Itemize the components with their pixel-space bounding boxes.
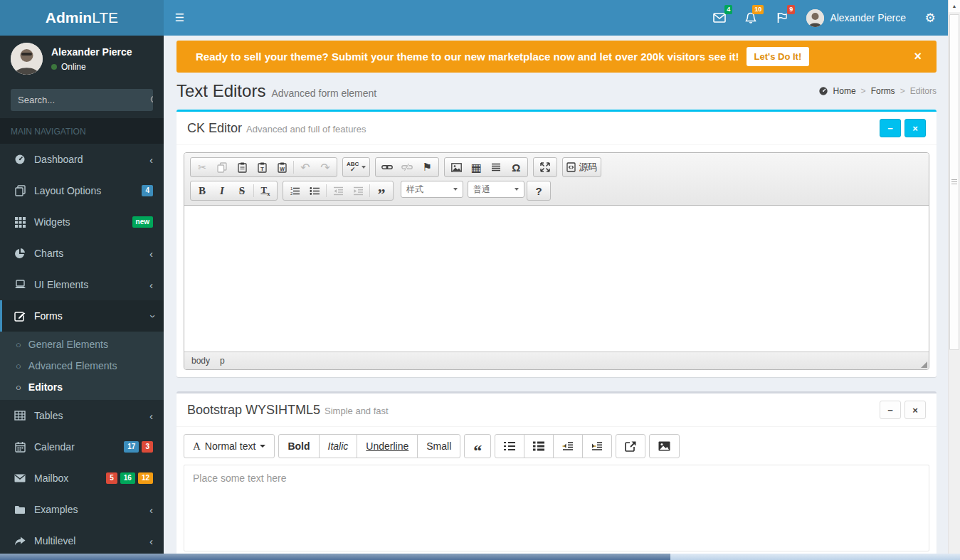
cut-button[interactable]: ✂ <box>192 159 212 176</box>
paste-from-word-button[interactable]: W <box>272 159 292 176</box>
app-logo[interactable]: AdminLTE <box>0 0 164 36</box>
insert-image-button[interactable] <box>446 159 466 176</box>
special-char-button[interactable]: Ω <box>506 159 526 176</box>
sidebar-item-charts[interactable]: Charts ‹ <box>0 238 164 269</box>
sidebar-toggle-button[interactable]: ☰ <box>164 0 196 36</box>
circle-icon: ○ <box>16 339 21 350</box>
vertical-scrollbar-thumb[interactable] <box>949 14 959 350</box>
collapse-button[interactable]: − <box>880 119 901 137</box>
bold-button[interactable]: Bold <box>278 434 319 458</box>
paste-button[interactable] <box>232 159 252 176</box>
navbar-right: 4 10 9 Alexander Pierce ⚙ <box>704 0 960 36</box>
user-menu[interactable]: Alexander Pierce <box>798 0 914 36</box>
collapse-button[interactable]: − <box>880 401 901 419</box>
horizontal-scrollbar[interactable] <box>0 554 960 560</box>
insert-table-button[interactable]: ▦ <box>466 159 486 176</box>
blockquote-button[interactable]: “ <box>464 434 491 458</box>
vertical-scrollbar[interactable]: ▲ <box>948 0 960 554</box>
sidebar-item-calendar[interactable]: Calendar 17 3 <box>0 431 164 463</box>
blockquote-group: “ <box>464 434 491 458</box>
source-button[interactable]: 源码 <box>564 159 599 176</box>
copy-button[interactable] <box>212 159 232 176</box>
insert-image-button[interactable] <box>649 434 680 458</box>
submenu-item-advanced-elements[interactable]: ○ Advanced Elements <box>0 355 164 376</box>
insert-link-button[interactable] <box>616 434 645 458</box>
about-button[interactable]: ? <box>529 182 549 199</box>
blockquote-button[interactable]: ” <box>371 182 391 199</box>
font-styles-dropdown[interactable]: A Normal text <box>184 434 275 458</box>
indent-icon <box>353 186 364 196</box>
bold-button[interactable]: B <box>192 182 212 199</box>
outdent-button[interactable] <box>553 434 583 458</box>
spellcheck-button[interactable]: ABC✓ <box>344 159 368 176</box>
scroll-up-arrow-icon[interactable]: ▲ <box>949 0 960 12</box>
styles-dropdown[interactable]: 样式 <box>401 181 463 198</box>
nav-section-label: MAIN NAVIGATION <box>0 118 164 144</box>
sidebar-item-multilevel[interactable]: Multilevel ‹ <box>0 525 164 556</box>
path-p[interactable]: p <box>220 356 225 366</box>
redo-button[interactable]: ↷ <box>315 159 335 176</box>
sidebar-item-layout-options[interactable]: Layout Options 4 <box>0 175 164 206</box>
bullet-list-button[interactable] <box>305 182 325 199</box>
horizontal-scrollbar-thumb[interactable] <box>0 554 670 560</box>
unlink-button[interactable] <box>397 159 417 176</box>
messages-menu[interactable]: 4 <box>704 0 735 36</box>
ordered-list-button[interactable] <box>495 434 524 458</box>
strikethrough-button[interactable]: S <box>232 182 252 199</box>
remove-format-button[interactable]: Tx <box>255 182 275 199</box>
remove-button[interactable]: × <box>904 401 926 419</box>
submenu-item-general-elements[interactable]: ○ General Elements <box>0 334 164 355</box>
font-a-icon: A <box>193 440 201 453</box>
italic-button[interactable]: I <box>212 182 232 199</box>
image-group <box>649 434 680 458</box>
banner-close-icon[interactable]: × <box>909 49 926 64</box>
sidebar-item-widgets[interactable]: Widgets new <box>0 206 164 238</box>
small-button[interactable]: Small <box>417 434 460 458</box>
maximize-group <box>533 157 557 177</box>
main-header: AdminLTE ☰ 4 10 9 Alexander Pierce <box>0 0 960 36</box>
sidebar-item-examples[interactable]: Examples ‹ <box>0 494 164 525</box>
wysihtml5-subtitle: Simple and fast <box>325 406 389 416</box>
sidebar-item-mailbox[interactable]: Mailbox 5 16 12 <box>0 463 164 494</box>
search-button[interactable] <box>150 89 153 111</box>
wysihtml5-editing-area[interactable]: Place some text here <box>184 465 929 551</box>
marketplace-banner: Ready to sell your theme? Submit your th… <box>176 41 937 73</box>
bullet-list-button[interactable] <box>524 434 554 458</box>
horizontal-rule-button[interactable] <box>486 159 506 176</box>
italic-button[interactable]: Italic <box>319 434 358 458</box>
numbered-list-button[interactable]: 12 <box>285 182 305 199</box>
anchor-button[interactable]: ⚑ <box>417 159 437 176</box>
sidebar-user-status[interactable]: Online <box>51 62 132 72</box>
flag-icon <box>776 12 788 23</box>
maximize-button[interactable] <box>535 159 555 176</box>
submenu-item-editors[interactable]: ○ Editors <box>0 376 164 398</box>
sidebar-item-dashboard[interactable]: Dashboard ‹ <box>0 144 164 175</box>
messages-badge: 4 <box>724 5 732 14</box>
undo-button[interactable]: ↶ <box>295 159 315 176</box>
decrease-indent-button[interactable] <box>328 182 348 199</box>
sidebar-item-forms[interactable]: Forms ‹ <box>0 300 164 332</box>
paste-as-text-button[interactable]: T <box>252 159 272 176</box>
remove-button[interactable]: × <box>904 119 926 137</box>
chevron-down-icon: ‹ <box>146 315 157 318</box>
sidebar-item-tables[interactable]: Tables ‹ <box>0 400 164 431</box>
tasks-menu[interactable]: 9 <box>766 0 798 36</box>
minus-icon: − <box>887 123 893 134</box>
sidebar-avatar <box>11 43 43 75</box>
underline-button[interactable]: Underline <box>357 434 418 458</box>
forms-submenu: ○ General Elements ○ Advanced Elements ○… <box>0 332 164 400</box>
increase-indent-button[interactable] <box>348 182 368 199</box>
format-dropdown[interactable]: 普通 <box>468 181 524 198</box>
notifications-menu[interactable]: 10 <box>735 0 766 36</box>
sidebar-item-ui-elements[interactable]: UI Elements ‹ <box>0 269 164 300</box>
resize-handle[interactable] <box>921 361 927 368</box>
breadcrumb-forms[interactable]: Forms <box>871 86 895 96</box>
indent-button[interactable] <box>582 434 612 458</box>
control-sidebar-toggle[interactable]: ⚙ <box>914 0 946 36</box>
path-body[interactable]: body <box>191 356 210 366</box>
search-input[interactable] <box>11 89 150 111</box>
ckeditor-editing-area[interactable] <box>184 206 929 352</box>
link-button[interactable] <box>377 159 397 176</box>
breadcrumb-home[interactable]: Home <box>833 86 856 96</box>
lets-do-it-button[interactable]: Let's Do It! <box>747 47 810 66</box>
